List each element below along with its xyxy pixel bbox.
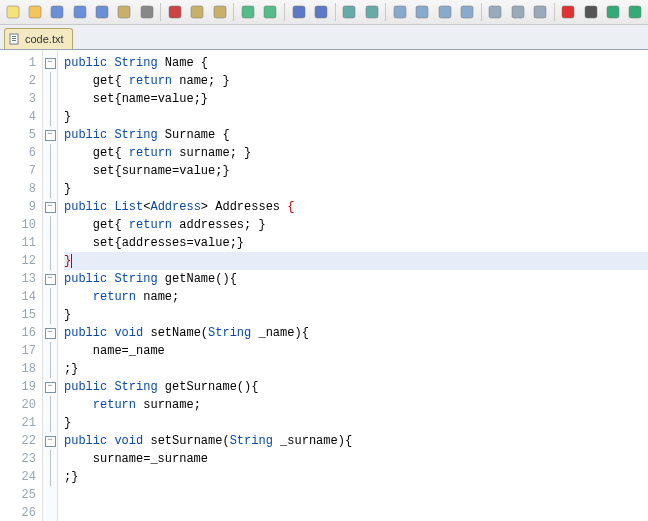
- line-number: 17: [0, 342, 36, 360]
- window-layout-icon[interactable]: [434, 1, 455, 23]
- code-line[interactable]: }: [64, 108, 648, 126]
- line-number: 6: [0, 144, 36, 162]
- fold-cell[interactable]: [43, 378, 57, 396]
- toolbar-separator: [385, 3, 386, 21]
- toolbar: [0, 0, 648, 25]
- code-line[interactable]: [64, 504, 648, 521]
- window-split-v-icon[interactable]: [412, 1, 433, 23]
- zoom-in-icon[interactable]: [339, 1, 360, 23]
- fold-cell: [43, 450, 57, 468]
- fold-toggle-icon[interactable]: [45, 202, 56, 213]
- svg-rect-15: [366, 6, 378, 18]
- window-split-h-icon[interactable]: [389, 1, 410, 23]
- code-area[interactable]: public String Name { get{ return name; }…: [58, 50, 648, 521]
- save-as-icon[interactable]: [91, 1, 112, 23]
- fold-guide: [50, 90, 51, 108]
- tab-code-txt[interactable]: code.txt: [4, 28, 73, 49]
- fold-guide: [50, 306, 51, 324]
- svg-rect-21: [512, 6, 524, 18]
- fold-toggle-icon[interactable]: [45, 328, 56, 339]
- line-numbers-icon[interactable]: [507, 1, 528, 23]
- svg-rect-4: [96, 6, 108, 18]
- zoom-out-icon[interactable]: [361, 1, 382, 23]
- fold-cell: [43, 288, 57, 306]
- fold-toggle-icon[interactable]: [45, 58, 56, 69]
- toolbar-separator: [554, 3, 555, 21]
- fold-guide: [50, 288, 51, 306]
- code-line[interactable]: public void setSurname(String _surname){: [64, 432, 648, 450]
- line-number-gutter: 1234567891011121314151617181920212223242…: [0, 50, 43, 521]
- code-line[interactable]: return name;: [64, 288, 648, 306]
- word-wrap-icon[interactable]: [529, 1, 550, 23]
- svg-rect-29: [12, 38, 16, 39]
- fold-cell[interactable]: [43, 54, 57, 72]
- code-line[interactable]: set{surname=value;}: [64, 162, 648, 180]
- code-line[interactable]: }: [64, 252, 648, 270]
- play-macro-icon[interactable]: [602, 1, 623, 23]
- fold-guide: [50, 360, 51, 378]
- save-icon[interactable]: [47, 1, 68, 23]
- copy-icon[interactable]: [187, 1, 208, 23]
- redo-icon[interactable]: [260, 1, 281, 23]
- stop-macro-icon[interactable]: [580, 1, 601, 23]
- line-number: 7: [0, 162, 36, 180]
- code-line[interactable]: ;}: [64, 468, 648, 486]
- cut-icon[interactable]: [164, 1, 185, 23]
- undo-icon[interactable]: [237, 1, 258, 23]
- record-macro-icon[interactable]: [558, 1, 579, 23]
- code-line[interactable]: get{ return addresses; }: [64, 216, 648, 234]
- code-line[interactable]: name=_name: [64, 342, 648, 360]
- svg-rect-18: [439, 6, 451, 18]
- toggle-panel-icon[interactable]: [485, 1, 506, 23]
- fold-cell[interactable]: [43, 198, 57, 216]
- fold-toggle-icon[interactable]: [45, 382, 56, 393]
- save-all-icon[interactable]: [69, 1, 90, 23]
- paste-icon[interactable]: [209, 1, 230, 23]
- code-line[interactable]: surname=_surname: [64, 450, 648, 468]
- replace-icon[interactable]: [310, 1, 331, 23]
- svg-rect-11: [264, 6, 276, 18]
- code-line[interactable]: public List<Address> Addresses {: [64, 198, 648, 216]
- open-icon[interactable]: [24, 1, 45, 23]
- code-line[interactable]: }: [64, 306, 648, 324]
- code-line[interactable]: ;}: [64, 360, 648, 378]
- toolbar-separator: [233, 3, 234, 21]
- svg-rect-12: [293, 6, 305, 18]
- fold-toggle-icon[interactable]: [45, 130, 56, 141]
- fold-cell[interactable]: [43, 270, 57, 288]
- code-line[interactable]: public String Surname {: [64, 126, 648, 144]
- fold-cell[interactable]: [43, 126, 57, 144]
- code-line[interactable]: get{ return surname; }: [64, 144, 648, 162]
- code-line[interactable]: }: [64, 180, 648, 198]
- code-line[interactable]: [64, 486, 648, 504]
- svg-rect-8: [191, 6, 203, 18]
- svg-rect-13: [315, 6, 327, 18]
- code-line[interactable]: set{addresses=value;}: [64, 234, 648, 252]
- code-line[interactable]: get{ return name; }: [64, 72, 648, 90]
- fold-cell: [43, 468, 57, 486]
- window-cascade-icon[interactable]: [456, 1, 477, 23]
- code-line[interactable]: public String Name {: [64, 54, 648, 72]
- fold-toggle-icon[interactable]: [45, 274, 56, 285]
- fold-guide: [50, 468, 51, 486]
- code-line[interactable]: return surname;: [64, 396, 648, 414]
- code-line[interactable]: public String getName(){: [64, 270, 648, 288]
- line-number: 22: [0, 432, 36, 450]
- fold-cell: [43, 72, 57, 90]
- print-icon[interactable]: [136, 1, 157, 23]
- fold-cell: [43, 306, 57, 324]
- fold-cell: [43, 144, 57, 162]
- fold-guide: [50, 72, 51, 90]
- play-all-icon[interactable]: [625, 1, 646, 23]
- find-icon[interactable]: [288, 1, 309, 23]
- fold-cell[interactable]: [43, 324, 57, 342]
- code-line[interactable]: public void setName(String _name){: [64, 324, 648, 342]
- fold-cell[interactable]: [43, 432, 57, 450]
- code-line[interactable]: set{name=value;}: [64, 90, 648, 108]
- new-file-icon[interactable]: [2, 1, 23, 23]
- copy-file-icon[interactable]: [114, 1, 135, 23]
- fold-guide: [50, 162, 51, 180]
- fold-toggle-icon[interactable]: [45, 436, 56, 447]
- code-line[interactable]: public String getSurname(){: [64, 378, 648, 396]
- code-line[interactable]: }: [64, 414, 648, 432]
